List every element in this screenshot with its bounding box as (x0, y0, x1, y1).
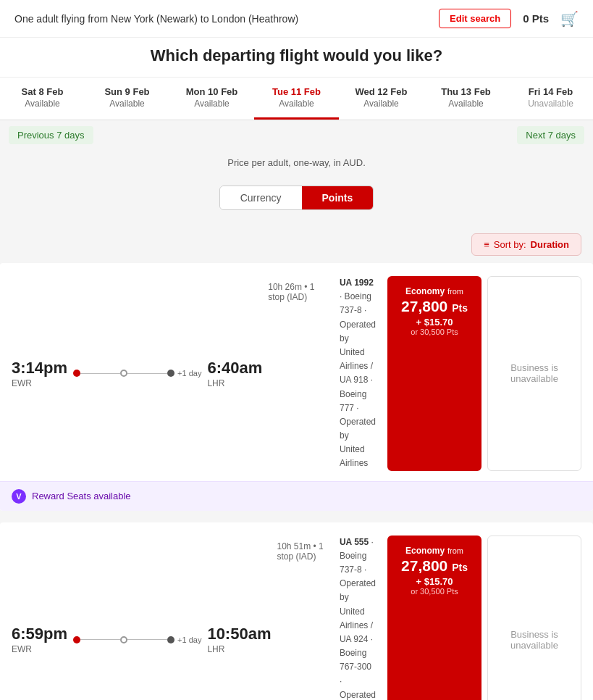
price-blocks-0: Economy from 27,800 Pts + $15.70 or 30,5… (387, 276, 581, 471)
top-bar-right: Edit search 0 Pts 🛒 (439, 9, 579, 28)
stop-dot-1 (120, 636, 127, 643)
economy-extra-1: + $15.70 (399, 576, 470, 587)
flight-details-1: UA 555 · Boeing 737-8 · Operated by Unit… (328, 536, 387, 700)
arr-dot-1 (167, 636, 174, 643)
conn-line-1 (80, 639, 120, 641)
dep-airport-0: EWR (12, 378, 67, 388)
economy-or-0: or 30,500 Pts (399, 328, 470, 336)
business-block-0[interactable]: Business is unavailable (487, 276, 581, 471)
arr-dot-0 (167, 370, 174, 377)
departure-1: 6:59pm EWR (12, 625, 67, 654)
date-tab-0[interactable]: Sat 8 FebAvailable (0, 78, 85, 120)
business-block-1[interactable]: Business is unavailable (487, 536, 581, 700)
business-label-0: Business is unavailable (500, 362, 569, 384)
flight-stop-info-1: 10h 51m • 1 stop (IAD) (277, 536, 327, 700)
points-display: 0 Pts (523, 12, 549, 25)
price-note: Price per adult, one-way, in AUD. (0, 150, 593, 171)
connector-0: +1 day (73, 369, 201, 378)
economy-extra-0: + $15.70 (399, 317, 470, 328)
flight-stop-info-0: 10h 26m • 1 stop (IAD) (268, 276, 328, 471)
arr-airport-1: LHR (207, 644, 271, 654)
flight-card-1: 6:59pm EWR +1 day 10:50am LHR 10h 51m (0, 522, 593, 700)
economy-pts-1: 27,800 Pts (399, 557, 470, 575)
arr-airport-0: LHR (207, 378, 262, 388)
plus-day-1: +1 day (177, 636, 201, 644)
flight-main-0: 3:14pm EWR +1 day 6:40am LHR 10h 26m • (0, 263, 593, 481)
flight-times-0: 3:14pm EWR +1 day 6:40am LHR (12, 276, 262, 471)
date-tab-6[interactable]: Fri 14 FebUnavailable (508, 78, 593, 120)
arr-time-1: 10:50am (207, 625, 271, 643)
sort-label: Sort by: (494, 239, 526, 250)
price-toggle: Currency Points (219, 186, 374, 210)
arr-time-0: 6:40am (207, 359, 262, 378)
currency-toggle[interactable]: Currency (220, 186, 302, 209)
arrival-0: 6:40am LHR (207, 359, 262, 388)
flight-main-1: 6:59pm EWR +1 day 10:50am LHR 10h 51m (0, 522, 593, 700)
sort-value: Duration (531, 239, 569, 250)
flight-no-1: UA 555 · Boeing 737-8 · Operated by Unit… (340, 537, 376, 700)
conn-line-0 (80, 373, 120, 375)
flight-no-0: UA 1992 · Boeing 737-8 · Operated by Uni… (340, 278, 376, 468)
page-title: Which departing flight would you like? (0, 38, 593, 78)
sort-button[interactable]: ≡ Sort by: Duration (471, 233, 581, 256)
economy-block-0[interactable]: Economy from 27,800 Pts + $15.70 or 30,5… (387, 276, 481, 471)
economy-block-1[interactable]: Economy from 27,800 Pts + $15.70 or 30,5… (387, 536, 481, 700)
economy-pts-0: 27,800 Pts (399, 298, 470, 315)
stop-dot-0 (120, 370, 127, 377)
date-tab-2[interactable]: Mon 10 FebAvailable (169, 78, 254, 120)
next-days-button[interactable]: Next 7 days (517, 126, 584, 144)
date-tab-3[interactable]: Tue 11 FebAvailable (254, 78, 339, 120)
reward-label-0: Reward Seats available (32, 491, 131, 501)
reward-bar-0: V Reward Seats available (0, 481, 593, 511)
dep-dot-1 (73, 636, 80, 643)
connector-1: +1 day (73, 636, 201, 644)
flight-times-1: 6:59pm EWR +1 day 10:50am LHR (12, 536, 271, 700)
dep-airport-1: EWR (12, 644, 67, 654)
arrival-1: 10:50am LHR (207, 625, 271, 654)
flight-details-0: UA 1992 · Boeing 737-8 · Operated by Uni… (328, 276, 387, 471)
economy-label-1: Economy from (399, 544, 470, 556)
nav-row: Previous 7 days Next 7 days (0, 120, 593, 150)
plus-day-0: +1 day (177, 369, 201, 378)
economy-or-1: or 30,500 Pts (399, 587, 470, 596)
dep-time-0: 3:14pm (12, 359, 67, 378)
departure-0: 3:14pm EWR (12, 359, 67, 388)
business-label-1: Business is unavailable (500, 629, 569, 651)
conn-line2-1 (127, 639, 167, 641)
conn-line2-0 (127, 373, 167, 375)
dep-dot-0 (73, 370, 80, 377)
date-tab-4[interactable]: Wed 12 FebAvailable (339, 78, 424, 120)
reward-icon-0: V (12, 489, 26, 504)
dep-time-1: 6:59pm (12, 625, 67, 643)
prev-days-button[interactable]: Previous 7 days (9, 126, 93, 144)
sort-icon: ≡ (484, 239, 489, 250)
date-tab-5[interactable]: Thu 13 FebAvailable (424, 78, 508, 120)
cart-icon[interactable]: 🛒 (560, 10, 579, 28)
points-toggle[interactable]: Points (302, 186, 374, 209)
edit-search-button[interactable]: Edit search (439, 9, 511, 28)
date-tab-1[interactable]: Sun 9 FebAvailable (85, 78, 169, 120)
price-blocks-1: Economy from 27,800 Pts + $15.70 or 30,5… (387, 536, 581, 700)
top-bar: One adult flying from New York (Newark) … (0, 0, 593, 38)
duration-0: 10h 26m • 1 stop (IAD) (268, 282, 328, 302)
sort-row: ≡ Sort by: Duration (0, 233, 593, 263)
flights-container: 3:14pm EWR +1 day 6:40am LHR 10h 26m • (0, 263, 593, 700)
flight-description: One adult flying from New York (Newark) … (14, 13, 298, 25)
duration-1: 10h 51m • 1 stop (IAD) (277, 541, 327, 562)
flight-card-0: 3:14pm EWR +1 day 6:40am LHR 10h 26m • (0, 263, 593, 511)
economy-label-0: Economy from (399, 285, 470, 296)
date-tabs: Sat 8 FebAvailableSun 9 FebAvailableMon … (0, 78, 593, 120)
